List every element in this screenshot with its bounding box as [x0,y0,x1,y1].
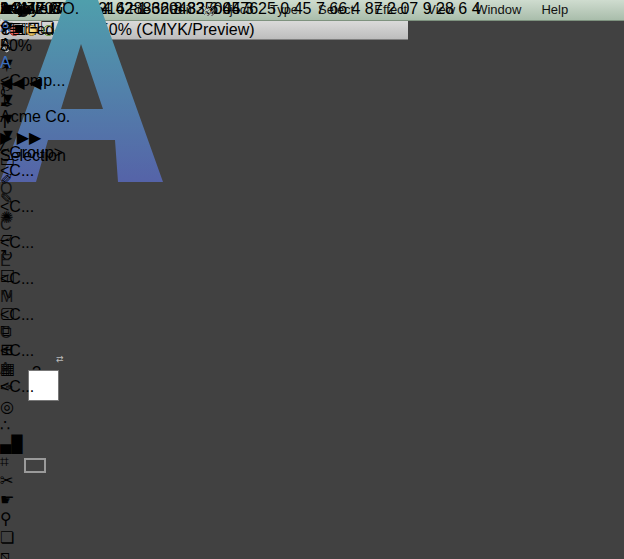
vruler-label: 5 7 6 [303,0,339,17]
layer-row-9[interactable]: C<C... [0,324,70,360]
layer-name: <C... [0,270,34,287]
zoom-tool-glyph: ⚲ [0,510,12,527]
slice-tool-glyph: ✂ [0,472,13,489]
illustrator-window: IllustratorFileEditObjectTypeSelectEffec… [0,0,624,559]
layer-thumbnail: C [0,324,70,342]
vruler-label: 7 2 0 [374,0,410,17]
hand-tool[interactable]: ☛ [0,490,30,509]
layer-thumbnail: C [0,216,70,234]
vruler-label: 2 8 8 [160,0,196,17]
disclosure-triangle[interactable]: ▼ [0,90,16,107]
layer-row-4[interactable]: <C... [0,162,70,180]
slice-tool[interactable]: ✂ [0,471,30,490]
layer-name: <Group> [0,144,63,161]
draw-behind-mode-button[interactable]: ⧅ [0,547,30,559]
layer-thumbnail: M [0,288,70,306]
symbol-sprayer-tool-glyph: ∴ [0,417,10,434]
panel-resize-grip[interactable] [204,6,214,16]
layer-count: 2 Layers [0,0,61,18]
locate-object-icon[interactable]: ⚲ [0,19,12,36]
vruler-label: 8 6 4 [445,0,481,17]
column-graph-tool-glyph: ▄█ [0,435,23,452]
menu-item-help[interactable]: Help [531,0,578,20]
zoom-tool[interactable]: ⚲ [0,509,30,528]
vruler-label: 6 4 8 [338,0,374,17]
layer-row-8[interactable]: M<C... [0,288,70,324]
artboard-tool-glyph: ⌗ [0,453,9,470]
new-sublayer-icon[interactable]: ⊟ [27,19,40,36]
layer-name: <C... [0,162,34,179]
make-clipping-mask-icon[interactable]: ▣ [12,19,27,36]
draw-normal-mode-button[interactable]: ❏ [0,528,30,547]
layer-name: A [0,36,11,53]
layer-name: <C... [0,342,34,359]
column-graph-tool[interactable]: ▄█ [0,435,30,453]
layers-list: ▼AAA<Comp...▼Acme Co.▼<Group><C...O<C...… [0,0,70,396]
layer-thumbnail: E [0,252,70,270]
layer-row-10[interactable]: A<C... [0,360,70,396]
layer-row-5[interactable]: O<C... [0,180,70,216]
layer-row-1[interactable]: A<Comp... [0,54,70,90]
layer-name: <Comp... [0,72,65,89]
vruler-label: 4 3 2 [231,0,267,17]
screen-mode-button[interactable] [24,458,46,473]
symbol-sprayer-tool[interactable]: ∴ [0,416,30,435]
layer-name: <C... [0,378,34,395]
vruler-label: 5 0 4 [267,0,303,17]
layer-name: <C... [0,198,34,215]
layer-row-2[interactable]: ▼Acme Co. [0,90,70,126]
layer-thumbnail: A [0,54,70,72]
layer-name: <C... [0,234,34,251]
layer-thumbnail: O [0,180,70,198]
vruler-label: 7 9 2 [409,0,445,17]
layers-panel-footer: 2 Layers ⚲▣⊟❏ [0,0,61,37]
new-layer-icon[interactable]: ❏ [40,19,54,36]
layer-row-7[interactable]: E<C... [0,252,70,288]
layer-name: Acme Co. [0,108,70,125]
layer-thumbnail: A [0,360,70,378]
layer-row-6[interactable]: C<C... [0,216,70,252]
hand-tool-glyph: ☛ [0,491,14,508]
disclosure-triangle[interactable]: ▼ [0,126,16,143]
layer-row-3[interactable]: ▼<Group> [0,126,70,162]
layer-name: <C... [0,306,34,323]
